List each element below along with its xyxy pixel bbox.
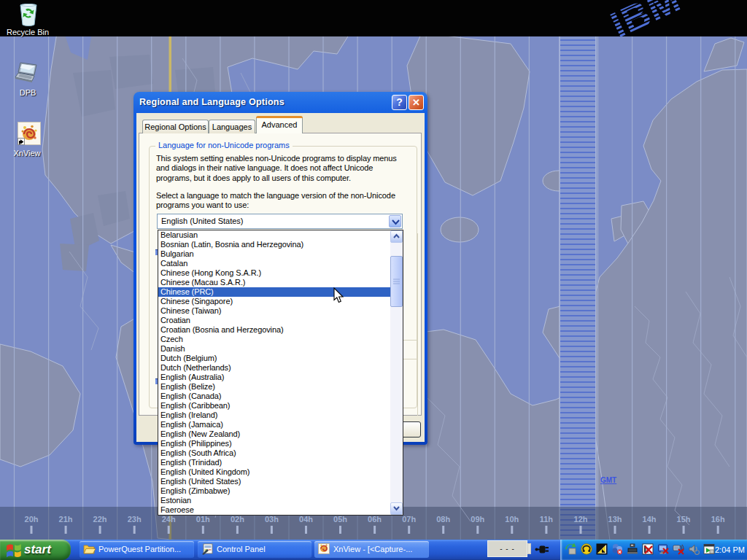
svg-text:20h: 20h (25, 515, 39, 524)
svg-text:13h: 13h (608, 515, 622, 524)
svg-text:24h: 24h (162, 515, 176, 524)
svg-text:08h: 08h (436, 515, 450, 524)
svg-text:23h: 23h (128, 515, 142, 524)
svg-text:12h: 12h (574, 515, 588, 524)
svg-text:GMT: GMT (600, 476, 616, 484)
svg-text:03h: 03h (265, 515, 279, 524)
svg-text:21h: 21h (59, 515, 73, 524)
svg-text:22h: 22h (93, 515, 107, 524)
svg-text:10h: 10h (505, 515, 519, 524)
svg-text:02h: 02h (231, 515, 244, 524)
svg-text:11h: 11h (540, 515, 554, 524)
svg-text:01h: 01h (196, 515, 210, 524)
svg-text:05h: 05h (333, 515, 347, 524)
svg-text:04h: 04h (299, 515, 313, 524)
svg-text:16h: 16h (711, 515, 725, 524)
svg-text:07h: 07h (402, 515, 416, 524)
svg-text:09h: 09h (471, 515, 484, 524)
svg-text:06h: 06h (368, 515, 382, 524)
svg-text:14h: 14h (643, 515, 657, 524)
